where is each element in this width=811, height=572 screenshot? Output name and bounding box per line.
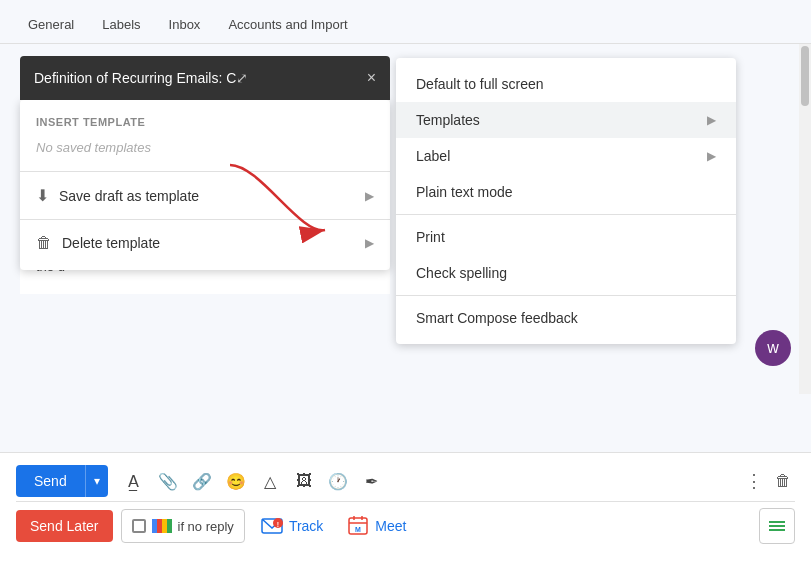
template-divider-1 xyxy=(20,171,390,172)
menu-item-print[interactable]: Print xyxy=(396,219,736,255)
svg-rect-1 xyxy=(152,519,157,533)
emoji-icon[interactable]: 😊 xyxy=(220,465,252,497)
meet-button[interactable]: M Meet xyxy=(339,511,414,541)
nav-general[interactable]: General xyxy=(16,9,86,43)
menu-item-label[interactable]: Label ▶ xyxy=(396,138,736,174)
google-flag-icon xyxy=(152,519,172,533)
menu-item-templates-label: Templates xyxy=(416,112,480,128)
top-nav: General Labels Inbox Accounts and Import xyxy=(0,0,811,44)
compose-footer: Send ▾ A̲ 📎 🔗 😊 △ 🖼 🕐 ✒ ⋮ 🗑 xyxy=(0,452,811,572)
track-icon: ! xyxy=(261,515,283,537)
scrollbar[interactable] xyxy=(799,44,811,394)
svg-rect-4 xyxy=(167,519,172,533)
meet-icon: M xyxy=(347,515,369,537)
right-context-menu: Default to full screen Templates ▶ Label… xyxy=(396,58,736,344)
no-reply-checkbox[interactable] xyxy=(132,519,146,533)
expand-lines-icon[interactable] xyxy=(759,508,795,544)
right-menu-divider-2 xyxy=(396,295,736,296)
compose-header-title: Definition of Recurring Emails: C xyxy=(34,70,236,86)
track-button[interactable]: ! Track xyxy=(253,511,331,541)
templates-arrow-icon: ▶ xyxy=(707,113,716,127)
right-menu-divider xyxy=(396,214,736,215)
send-button[interactable]: Send xyxy=(16,465,85,497)
signature-icon[interactable]: ✒ xyxy=(356,465,388,497)
send-later-button[interactable]: Send Later xyxy=(16,510,113,542)
no-reply-box[interactable]: if no reply xyxy=(121,509,245,543)
menu-item-check-spelling-label: Check spelling xyxy=(416,265,507,281)
link-icon[interactable]: 🔗 xyxy=(186,465,218,497)
compose-toolbar: Send ▾ A̲ 📎 🔗 😊 △ 🖼 🕐 ✒ ⋮ 🗑 xyxy=(16,461,795,502)
delete-template-label: Delete template xyxy=(62,235,160,251)
no-saved-templates: No saved templates xyxy=(20,132,390,167)
template-dropdown: INSERT TEMPLATE No saved templates ⬇ Sav… xyxy=(20,100,390,270)
photo-icon[interactable]: 🖼 xyxy=(288,465,320,497)
menu-item-default-fullscreen-label: Default to full screen xyxy=(416,76,544,92)
more-options-icon[interactable]: ⋮ xyxy=(741,466,767,496)
menu-item-default-fullscreen[interactable]: Default to full screen xyxy=(396,66,736,102)
avatar[interactable]: w xyxy=(755,330,791,366)
svg-rect-2 xyxy=(157,519,162,533)
nav-labels[interactable]: Labels xyxy=(90,9,152,43)
svg-rect-3 xyxy=(162,519,167,533)
save-draft-label: Save draft as template xyxy=(59,188,199,204)
compose-actions-row: Send Later if no reply ! Track xyxy=(16,508,795,544)
drive-icon[interactable]: △ xyxy=(254,465,286,497)
save-draft-template-item[interactable]: ⬇ Save draft as template ▶ xyxy=(20,176,390,215)
attach-icon[interactable]: 📎 xyxy=(152,465,184,497)
save-draft-arrow: ▶ xyxy=(365,189,374,203)
delete-template-item[interactable]: 🗑 Delete template ▶ xyxy=(20,224,390,262)
close-icon[interactable]: × xyxy=(367,69,376,87)
delete-template-icon: 🗑 xyxy=(36,234,52,252)
format-text-icon[interactable]: A̲ xyxy=(118,465,150,497)
svg-text:M: M xyxy=(355,526,361,533)
meet-label: Meet xyxy=(375,518,406,534)
compose-header: Definition of Recurring Emails: C ⤢ × xyxy=(20,56,390,100)
delete-template-arrow: ▶ xyxy=(365,236,374,250)
template-divider-2 xyxy=(20,219,390,220)
nav-accounts[interactable]: Accounts and Import xyxy=(216,9,359,43)
menu-item-templates[interactable]: Templates ▶ xyxy=(396,102,736,138)
menu-item-plain-text[interactable]: Plain text mode xyxy=(396,174,736,210)
send-dropdown-arrow[interactable]: ▾ xyxy=(85,465,108,497)
expand-compose-icon-area xyxy=(759,508,795,544)
delete-compose-icon[interactable]: 🗑 xyxy=(771,468,795,494)
menu-item-smart-compose[interactable]: Smart Compose feedback xyxy=(396,300,736,336)
no-reply-label: if no reply xyxy=(178,519,234,534)
nav-inbox[interactable]: Inbox xyxy=(157,9,213,43)
svg-text:!: ! xyxy=(277,521,279,528)
menu-item-print-label: Print xyxy=(416,229,445,245)
send-button-group: Send ▾ xyxy=(16,465,108,497)
clock-icon[interactable]: 🕐 xyxy=(322,465,354,497)
label-arrow-icon: ▶ xyxy=(707,149,716,163)
menu-item-label-label: Label xyxy=(416,148,450,164)
expand-icon[interactable]: ⤢ xyxy=(236,70,248,86)
scrollbar-thumb[interactable] xyxy=(801,46,809,106)
track-label: Track xyxy=(289,518,323,534)
template-section-label: INSERT TEMPLATE xyxy=(20,108,390,132)
menu-item-check-spelling[interactable]: Check spelling xyxy=(396,255,736,291)
save-draft-icon: ⬇ xyxy=(36,186,49,205)
menu-item-smart-compose-label: Smart Compose feedback xyxy=(416,310,578,326)
menu-item-plain-text-label: Plain text mode xyxy=(416,184,513,200)
